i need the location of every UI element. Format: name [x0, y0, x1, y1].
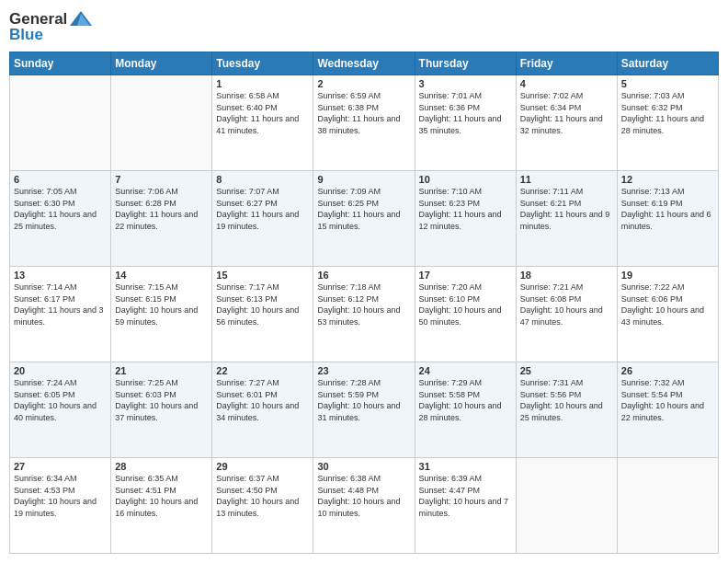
day-number: 16	[317, 270, 410, 281]
day-info: Sunrise: 7:31 AM Sunset: 5:56 PM Dayligh…	[520, 377, 613, 423]
day-number: 1	[216, 78, 309, 89]
day-number: 14	[115, 270, 208, 281]
calendar-week-row: 20Sunrise: 7:24 AM Sunset: 6:05 PM Dayli…	[10, 362, 719, 458]
calendar-header-saturday: Saturday	[617, 52, 718, 75]
calendar-cell: 17Sunrise: 7:20 AM Sunset: 6:10 PM Dayli…	[415, 267, 516, 362]
day-info: Sunrise: 6:59 AM Sunset: 6:38 PM Dayligh…	[317, 90, 410, 136]
day-number: 19	[621, 270, 714, 281]
day-number: 13	[14, 270, 107, 281]
day-info: Sunrise: 6:39 AM Sunset: 4:47 PM Dayligh…	[419, 473, 512, 519]
calendar-header-tuesday: Tuesday	[212, 52, 313, 75]
day-number: 26	[621, 365, 714, 376]
day-info: Sunrise: 7:24 AM Sunset: 6:05 PM Dayligh…	[14, 377, 107, 423]
calendar-header-wednesday: Wednesday	[313, 52, 415, 75]
calendar-week-row: 13Sunrise: 7:14 AM Sunset: 6:17 PM Dayli…	[10, 267, 719, 362]
day-info: Sunrise: 7:06 AM Sunset: 6:28 PM Dayligh…	[115, 186, 208, 232]
day-info: Sunrise: 7:13 AM Sunset: 6:19 PM Dayligh…	[621, 186, 714, 232]
day-number: 20	[14, 365, 107, 376]
day-info: Sunrise: 7:05 AM Sunset: 6:30 PM Dayligh…	[14, 186, 107, 232]
calendar-cell: 4Sunrise: 7:02 AM Sunset: 6:34 PM Daylig…	[516, 75, 617, 171]
day-number: 8	[216, 174, 309, 185]
calendar-header-monday: Monday	[111, 52, 212, 75]
day-number: 21	[115, 365, 208, 376]
day-number: 11	[520, 174, 613, 185]
day-number: 9	[317, 174, 410, 185]
day-number: 7	[115, 174, 208, 185]
day-number: 2	[317, 78, 410, 89]
day-number: 15	[216, 270, 309, 281]
calendar-cell: 14Sunrise: 7:15 AM Sunset: 6:15 PM Dayli…	[111, 267, 212, 362]
logo-blue: Blue	[9, 26, 43, 44]
calendar-cell: 25Sunrise: 7:31 AM Sunset: 5:56 PM Dayli…	[516, 362, 617, 458]
day-number: 18	[520, 270, 613, 281]
day-info: Sunrise: 7:29 AM Sunset: 5:58 PM Dayligh…	[419, 377, 512, 423]
day-info: Sunrise: 7:09 AM Sunset: 6:25 PM Dayligh…	[317, 186, 410, 232]
day-number: 29	[216, 461, 309, 472]
day-number: 22	[216, 365, 309, 376]
calendar-cell: 23Sunrise: 7:28 AM Sunset: 5:59 PM Dayli…	[313, 362, 415, 458]
calendar-cell: 31Sunrise: 6:39 AM Sunset: 4:47 PM Dayli…	[415, 458, 516, 554]
day-number: 10	[419, 174, 512, 185]
day-info: Sunrise: 7:03 AM Sunset: 6:32 PM Dayligh…	[621, 90, 714, 136]
day-info: Sunrise: 6:35 AM Sunset: 4:51 PM Dayligh…	[115, 473, 208, 519]
day-number: 5	[621, 78, 714, 89]
calendar-header-row: SundayMondayTuesdayWednesdayThursdayFrid…	[10, 52, 719, 75]
calendar-cell: 10Sunrise: 7:10 AM Sunset: 6:23 PM Dayli…	[415, 171, 516, 267]
day-number: 31	[419, 461, 512, 472]
day-info: Sunrise: 7:01 AM Sunset: 6:36 PM Dayligh…	[419, 90, 512, 136]
calendar-week-row: 27Sunrise: 6:34 AM Sunset: 4:53 PM Dayli…	[10, 458, 719, 554]
calendar-cell: 20Sunrise: 7:24 AM Sunset: 6:05 PM Dayli…	[10, 362, 111, 458]
calendar-cell	[516, 458, 617, 554]
calendar-cell: 15Sunrise: 7:17 AM Sunset: 6:13 PM Dayli…	[212, 267, 313, 362]
day-number: 24	[419, 365, 512, 376]
day-info: Sunrise: 7:15 AM Sunset: 6:15 PM Dayligh…	[115, 282, 208, 327]
day-number: 17	[419, 270, 512, 281]
calendar-cell: 26Sunrise: 7:32 AM Sunset: 5:54 PM Dayli…	[617, 362, 718, 458]
day-number: 25	[520, 365, 613, 376]
calendar-header-sunday: Sunday	[10, 52, 111, 75]
page-header: General Blue	[9, 9, 719, 44]
day-info: Sunrise: 6:34 AM Sunset: 4:53 PM Dayligh…	[14, 473, 107, 519]
calendar-header-friday: Friday	[516, 52, 617, 75]
calendar-table: SundayMondayTuesdayWednesdayThursdayFrid…	[9, 52, 719, 554]
day-number: 3	[419, 78, 512, 89]
calendar-cell: 19Sunrise: 7:22 AM Sunset: 6:06 PM Dayli…	[617, 267, 718, 362]
calendar-cell: 13Sunrise: 7:14 AM Sunset: 6:17 PM Dayli…	[10, 267, 111, 362]
calendar-cell: 6Sunrise: 7:05 AM Sunset: 6:30 PM Daylig…	[10, 171, 111, 267]
calendar-cell: 5Sunrise: 7:03 AM Sunset: 6:32 PM Daylig…	[617, 75, 718, 171]
day-info: Sunrise: 7:22 AM Sunset: 6:06 PM Dayligh…	[621, 282, 714, 327]
calendar-cell: 1Sunrise: 6:58 AM Sunset: 6:40 PM Daylig…	[212, 75, 313, 171]
calendar-cell: 30Sunrise: 6:38 AM Sunset: 4:48 PM Dayli…	[313, 458, 415, 554]
calendar-cell: 7Sunrise: 7:06 AM Sunset: 6:28 PM Daylig…	[111, 171, 212, 267]
calendar-cell	[617, 458, 718, 554]
day-info: Sunrise: 7:27 AM Sunset: 6:01 PM Dayligh…	[216, 377, 309, 423]
day-info: Sunrise: 7:28 AM Sunset: 5:59 PM Dayligh…	[317, 377, 410, 423]
day-info: Sunrise: 7:18 AM Sunset: 6:12 PM Dayligh…	[317, 282, 410, 327]
day-info: Sunrise: 7:32 AM Sunset: 5:54 PM Dayligh…	[621, 377, 714, 423]
day-info: Sunrise: 7:17 AM Sunset: 6:13 PM Dayligh…	[216, 282, 309, 327]
day-info: Sunrise: 7:11 AM Sunset: 6:21 PM Dayligh…	[520, 186, 613, 232]
day-info: Sunrise: 7:10 AM Sunset: 6:23 PM Dayligh…	[419, 186, 512, 232]
calendar-cell: 8Sunrise: 7:07 AM Sunset: 6:27 PM Daylig…	[212, 171, 313, 267]
calendar-week-row: 1Sunrise: 6:58 AM Sunset: 6:40 PM Daylig…	[10, 75, 719, 171]
day-info: Sunrise: 7:14 AM Sunset: 6:17 PM Dayligh…	[14, 282, 107, 327]
calendar-cell: 28Sunrise: 6:35 AM Sunset: 4:51 PM Dayli…	[111, 458, 212, 554]
day-info: Sunrise: 7:20 AM Sunset: 6:10 PM Dayligh…	[419, 282, 512, 327]
calendar-cell	[111, 75, 212, 171]
day-info: Sunrise: 7:07 AM Sunset: 6:27 PM Dayligh…	[216, 186, 309, 232]
day-number: 12	[621, 174, 714, 185]
calendar-cell: 3Sunrise: 7:01 AM Sunset: 6:36 PM Daylig…	[415, 75, 516, 171]
day-number: 6	[14, 174, 107, 185]
calendar-cell: 16Sunrise: 7:18 AM Sunset: 6:12 PM Dayli…	[313, 267, 415, 362]
day-info: Sunrise: 7:02 AM Sunset: 6:34 PM Dayligh…	[520, 90, 613, 136]
calendar-cell: 27Sunrise: 6:34 AM Sunset: 4:53 PM Dayli…	[10, 458, 111, 554]
day-info: Sunrise: 6:58 AM Sunset: 6:40 PM Dayligh…	[216, 90, 309, 136]
calendar-cell: 12Sunrise: 7:13 AM Sunset: 6:19 PM Dayli…	[617, 171, 718, 267]
day-number: 27	[14, 461, 107, 472]
calendar-cell: 2Sunrise: 6:59 AM Sunset: 6:38 PM Daylig…	[313, 75, 415, 171]
day-number: 28	[115, 461, 208, 472]
logo-icon	[68, 9, 94, 29]
day-info: Sunrise: 7:21 AM Sunset: 6:08 PM Dayligh…	[520, 282, 613, 327]
calendar-week-row: 6Sunrise: 7:05 AM Sunset: 6:30 PM Daylig…	[10, 171, 719, 267]
day-number: 23	[317, 365, 410, 376]
